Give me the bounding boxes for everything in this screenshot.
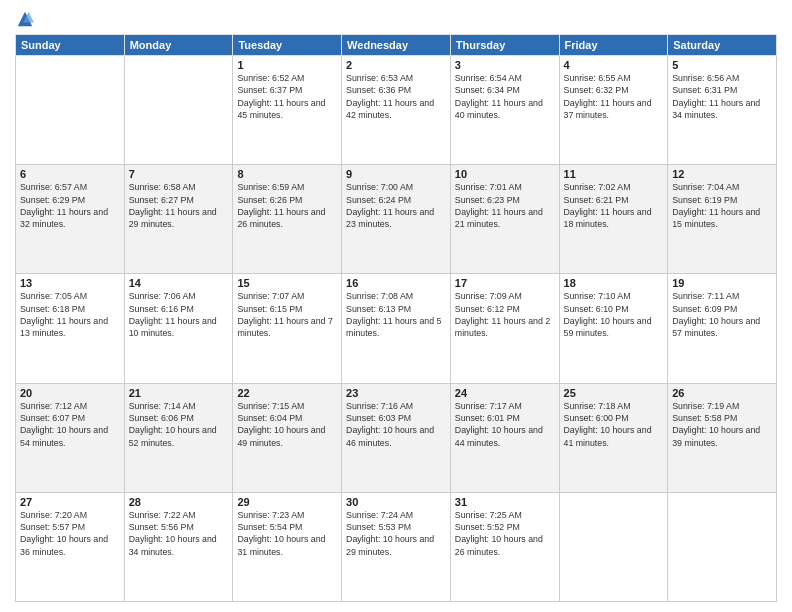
calendar-cell: 31Sunrise: 7:25 AMSunset: 5:52 PMDayligh…	[450, 492, 559, 601]
day-number: 26	[672, 387, 772, 399]
calendar-cell: 1Sunrise: 6:52 AMSunset: 6:37 PMDaylight…	[233, 56, 342, 165]
day-number: 4	[564, 59, 664, 71]
day-number: 2	[346, 59, 446, 71]
day-number: 25	[564, 387, 664, 399]
day-detail: Sunrise: 7:15 AMSunset: 6:04 PMDaylight:…	[237, 401, 325, 448]
calendar-cell: 26Sunrise: 7:19 AMSunset: 5:58 PMDayligh…	[668, 383, 777, 492]
calendar-cell: 25Sunrise: 7:18 AMSunset: 6:00 PMDayligh…	[559, 383, 668, 492]
day-detail: Sunrise: 7:16 AMSunset: 6:03 PMDaylight:…	[346, 401, 434, 448]
day-detail: Sunrise: 6:57 AMSunset: 6:29 PMDaylight:…	[20, 182, 108, 229]
calendar-cell: 8Sunrise: 6:59 AMSunset: 6:26 PMDaylight…	[233, 165, 342, 274]
day-detail: Sunrise: 7:19 AMSunset: 5:58 PMDaylight:…	[672, 401, 760, 448]
day-number: 20	[20, 387, 120, 399]
day-number: 6	[20, 168, 120, 180]
day-header-thursday: Thursday	[450, 35, 559, 56]
day-number: 29	[237, 496, 337, 508]
day-detail: Sunrise: 7:05 AMSunset: 6:18 PMDaylight:…	[20, 291, 108, 338]
day-detail: Sunrise: 6:58 AMSunset: 6:27 PMDaylight:…	[129, 182, 217, 229]
calendar-cell: 18Sunrise: 7:10 AMSunset: 6:10 PMDayligh…	[559, 274, 668, 383]
day-number: 18	[564, 277, 664, 289]
day-detail: Sunrise: 6:54 AMSunset: 6:34 PMDaylight:…	[455, 73, 543, 120]
calendar-week-row: 27Sunrise: 7:20 AMSunset: 5:57 PMDayligh…	[16, 492, 777, 601]
calendar-cell: 30Sunrise: 7:24 AMSunset: 5:53 PMDayligh…	[342, 492, 451, 601]
calendar-cell: 7Sunrise: 6:58 AMSunset: 6:27 PMDaylight…	[124, 165, 233, 274]
day-number: 22	[237, 387, 337, 399]
calendar-cell: 16Sunrise: 7:08 AMSunset: 6:13 PMDayligh…	[342, 274, 451, 383]
day-number: 12	[672, 168, 772, 180]
day-header-saturday: Saturday	[668, 35, 777, 56]
calendar-header-row: SundayMondayTuesdayWednesdayThursdayFrid…	[16, 35, 777, 56]
day-number: 9	[346, 168, 446, 180]
logo	[15, 10, 34, 28]
calendar-cell: 24Sunrise: 7:17 AMSunset: 6:01 PMDayligh…	[450, 383, 559, 492]
calendar-cell: 9Sunrise: 7:00 AMSunset: 6:24 PMDaylight…	[342, 165, 451, 274]
calendar-cell: 13Sunrise: 7:05 AMSunset: 6:18 PMDayligh…	[16, 274, 125, 383]
day-number: 8	[237, 168, 337, 180]
day-number: 19	[672, 277, 772, 289]
day-detail: Sunrise: 7:12 AMSunset: 6:07 PMDaylight:…	[20, 401, 108, 448]
day-number: 3	[455, 59, 555, 71]
day-detail: Sunrise: 7:02 AMSunset: 6:21 PMDaylight:…	[564, 182, 652, 229]
day-number: 5	[672, 59, 772, 71]
calendar-cell: 2Sunrise: 6:53 AMSunset: 6:36 PMDaylight…	[342, 56, 451, 165]
calendar-cell: 22Sunrise: 7:15 AMSunset: 6:04 PMDayligh…	[233, 383, 342, 492]
calendar-cell: 23Sunrise: 7:16 AMSunset: 6:03 PMDayligh…	[342, 383, 451, 492]
calendar-cell: 14Sunrise: 7:06 AMSunset: 6:16 PMDayligh…	[124, 274, 233, 383]
day-detail: Sunrise: 6:52 AMSunset: 6:37 PMDaylight:…	[237, 73, 325, 120]
day-detail: Sunrise: 7:09 AMSunset: 6:12 PMDaylight:…	[455, 291, 550, 338]
calendar-week-row: 13Sunrise: 7:05 AMSunset: 6:18 PMDayligh…	[16, 274, 777, 383]
day-detail: Sunrise: 7:01 AMSunset: 6:23 PMDaylight:…	[455, 182, 543, 229]
day-detail: Sunrise: 6:56 AMSunset: 6:31 PMDaylight:…	[672, 73, 760, 120]
calendar-week-row: 20Sunrise: 7:12 AMSunset: 6:07 PMDayligh…	[16, 383, 777, 492]
calendar-cell: 5Sunrise: 6:56 AMSunset: 6:31 PMDaylight…	[668, 56, 777, 165]
day-detail: Sunrise: 7:04 AMSunset: 6:19 PMDaylight:…	[672, 182, 760, 229]
logo-icon	[16, 10, 34, 28]
day-detail: Sunrise: 7:20 AMSunset: 5:57 PMDaylight:…	[20, 510, 108, 557]
day-detail: Sunrise: 7:06 AMSunset: 6:16 PMDaylight:…	[129, 291, 217, 338]
day-detail: Sunrise: 7:08 AMSunset: 6:13 PMDaylight:…	[346, 291, 441, 338]
day-detail: Sunrise: 7:18 AMSunset: 6:00 PMDaylight:…	[564, 401, 652, 448]
day-header-tuesday: Tuesday	[233, 35, 342, 56]
calendar-cell: 19Sunrise: 7:11 AMSunset: 6:09 PMDayligh…	[668, 274, 777, 383]
day-number: 15	[237, 277, 337, 289]
calendar-cell: 3Sunrise: 6:54 AMSunset: 6:34 PMDaylight…	[450, 56, 559, 165]
calendar-cell: 27Sunrise: 7:20 AMSunset: 5:57 PMDayligh…	[16, 492, 125, 601]
calendar-cell: 10Sunrise: 7:01 AMSunset: 6:23 PMDayligh…	[450, 165, 559, 274]
day-detail: Sunrise: 6:55 AMSunset: 6:32 PMDaylight:…	[564, 73, 652, 120]
header	[15, 10, 777, 28]
calendar-cell: 28Sunrise: 7:22 AMSunset: 5:56 PMDayligh…	[124, 492, 233, 601]
day-detail: Sunrise: 6:53 AMSunset: 6:36 PMDaylight:…	[346, 73, 434, 120]
day-number: 10	[455, 168, 555, 180]
day-number: 21	[129, 387, 229, 399]
day-number: 11	[564, 168, 664, 180]
calendar-cell: 12Sunrise: 7:04 AMSunset: 6:19 PMDayligh…	[668, 165, 777, 274]
day-header-wednesday: Wednesday	[342, 35, 451, 56]
calendar-cell	[124, 56, 233, 165]
calendar-cell: 20Sunrise: 7:12 AMSunset: 6:07 PMDayligh…	[16, 383, 125, 492]
calendar-table: SundayMondayTuesdayWednesdayThursdayFrid…	[15, 34, 777, 602]
day-detail: Sunrise: 7:10 AMSunset: 6:10 PMDaylight:…	[564, 291, 652, 338]
calendar-cell: 21Sunrise: 7:14 AMSunset: 6:06 PMDayligh…	[124, 383, 233, 492]
calendar-cell: 29Sunrise: 7:23 AMSunset: 5:54 PMDayligh…	[233, 492, 342, 601]
calendar-week-row: 6Sunrise: 6:57 AMSunset: 6:29 PMDaylight…	[16, 165, 777, 274]
calendar-cell	[16, 56, 125, 165]
day-detail: Sunrise: 7:23 AMSunset: 5:54 PMDaylight:…	[237, 510, 325, 557]
day-number: 27	[20, 496, 120, 508]
calendar-cell: 15Sunrise: 7:07 AMSunset: 6:15 PMDayligh…	[233, 274, 342, 383]
day-header-sunday: Sunday	[16, 35, 125, 56]
calendar-week-row: 1Sunrise: 6:52 AMSunset: 6:37 PMDaylight…	[16, 56, 777, 165]
calendar-cell: 17Sunrise: 7:09 AMSunset: 6:12 PMDayligh…	[450, 274, 559, 383]
day-number: 31	[455, 496, 555, 508]
calendar-cell: 6Sunrise: 6:57 AMSunset: 6:29 PMDaylight…	[16, 165, 125, 274]
day-number: 28	[129, 496, 229, 508]
day-number: 13	[20, 277, 120, 289]
day-number: 23	[346, 387, 446, 399]
day-detail: Sunrise: 7:25 AMSunset: 5:52 PMDaylight:…	[455, 510, 543, 557]
day-detail: Sunrise: 6:59 AMSunset: 6:26 PMDaylight:…	[237, 182, 325, 229]
day-number: 7	[129, 168, 229, 180]
calendar-cell	[668, 492, 777, 601]
day-detail: Sunrise: 7:00 AMSunset: 6:24 PMDaylight:…	[346, 182, 434, 229]
day-detail: Sunrise: 7:14 AMSunset: 6:06 PMDaylight:…	[129, 401, 217, 448]
calendar-cell: 11Sunrise: 7:02 AMSunset: 6:21 PMDayligh…	[559, 165, 668, 274]
day-header-friday: Friday	[559, 35, 668, 56]
